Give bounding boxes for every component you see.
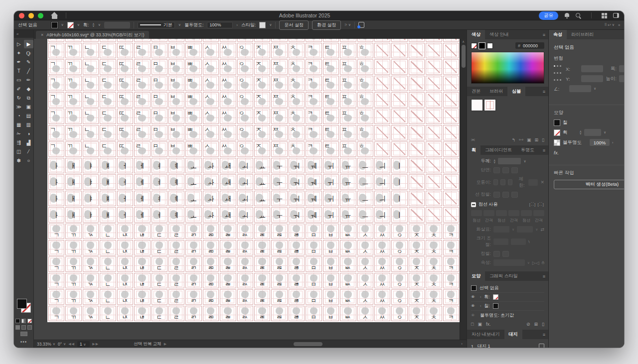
artboard-tool[interactable]: ◫: [14, 147, 24, 156]
scroll-right-icon[interactable]: ›: [461, 342, 463, 346]
glyph-cell[interactable]: ㅞ: [306, 207, 321, 223]
glyph-cell[interactable]: ㄸ: [117, 76, 133, 91]
glyph-cell[interactable]: ㅍ: [340, 76, 356, 91]
glyph-cell[interactable]: ㄷ: [152, 256, 167, 272]
color-mode-icon[interactable]: [15, 319, 20, 323]
document-setup-button[interactable]: 문서 설정: [279, 20, 309, 30]
glyph-cell[interactable]: ㅃ: [185, 125, 201, 140]
glyph-cell[interactable]: ㅆ: [220, 92, 236, 108]
glyph-cell[interactable]: [443, 158, 459, 173]
search-icon[interactable]: [576, 13, 581, 18]
panel-menu-icon[interactable]: ≡: [543, 274, 545, 279]
align-end-button[interactable]: [502, 251, 509, 257]
glyph-cell[interactable]: ㅌ: [323, 76, 339, 91]
glyph-cell[interactable]: ㄲ: [65, 289, 81, 305]
fill-color-well[interactable]: [17, 299, 27, 309]
glyph-cell[interactable]: ㅂ: [323, 256, 339, 272]
break-link-icon[interactable]: ⧟: [519, 137, 523, 142]
direct-selection-tool[interactable]: ▷: [14, 40, 24, 48]
glyph-cell[interactable]: [409, 191, 425, 206]
glyph-cell[interactable]: [443, 141, 459, 157]
glyph-cell[interactable]: ㅆ: [220, 76, 236, 91]
glyph-cell[interactable]: ㅑ: [83, 158, 99, 173]
glyph-cell[interactable]: ㅈ: [254, 109, 270, 124]
glyph-cell[interactable]: ㅑ: [83, 207, 99, 223]
delete-item-icon[interactable]: ▯: [542, 322, 544, 327]
glyph-cell[interactable]: [426, 43, 442, 58]
zoom-level-select[interactable]: 33.33%∨: [37, 342, 55, 347]
glyph-cell[interactable]: ㅣ: [391, 191, 407, 206]
glyph-cell[interactable]: ㅕ: [152, 207, 167, 223]
glyph-cell[interactable]: ㅈ: [254, 43, 270, 58]
glyph-cell[interactable]: ㄹ: [134, 109, 150, 124]
glyph-cell[interactable]: ㅋ: [306, 125, 321, 140]
glyph-cell[interactable]: ㅗ: [185, 207, 201, 223]
glyph-cell[interactable]: ㅗ: [185, 191, 201, 206]
glyph-cell[interactable]: ㄷ: [100, 39, 116, 42]
glyph-cell[interactable]: ㄷ: [100, 43, 116, 58]
glyph-cell[interactable]: ㅛ: [254, 191, 270, 206]
glyph-cell[interactable]: ㅟ: [323, 158, 339, 173]
glyph-cell[interactable]: ㅍ: [340, 141, 356, 157]
fill-dropdown-icon[interactable]: ∨: [61, 23, 64, 27]
glyph-cell[interactable]: ㅅ: [203, 59, 219, 75]
fx-button[interactable]: fx.: [554, 150, 624, 155]
glyph-cell[interactable]: ㅡ: [357, 191, 373, 206]
generate-vectors-button[interactable]: 벡터 생성(Beta): [554, 180, 624, 189]
glyph-cell[interactable]: ㅁ: [152, 92, 167, 108]
glyph-cell[interactable]: ㅃ: [185, 59, 201, 75]
glyph-cell[interactable]: ㄹ: [168, 289, 184, 305]
glyph-cell[interactable]: ㅌ: [323, 59, 339, 75]
glyph-cell[interactable]: ㄾ: [254, 240, 270, 255]
glyph-cell[interactable]: ㅏ: [48, 174, 64, 190]
glyph-cell[interactable]: ㅆ: [220, 59, 236, 75]
expand-chevron-icon[interactable]: ›: [480, 304, 481, 308]
color-spectrum[interactable]: [471, 52, 544, 84]
glyph-cell[interactable]: ㅄ: [340, 273, 356, 288]
none-mode-icon[interactable]: [27, 319, 32, 323]
glyph-cell[interactable]: ㅜ: [271, 191, 287, 206]
glyph-cell[interactable]: ㄵ: [117, 256, 133, 272]
glyph-cell[interactable]: ㅇ: [237, 109, 253, 124]
glyph-cell[interactable]: ㄳ: [83, 306, 99, 321]
glyph-cell[interactable]: ㅕ: [152, 191, 167, 206]
glyph-cell[interactable]: ㅏ: [48, 158, 64, 173]
status-menu-icon[interactable]: ▶: [164, 342, 167, 346]
glyph-cell[interactable]: ㅒ: [100, 158, 116, 173]
glyph-cell[interactable]: [374, 92, 390, 108]
workspace-switcher-icon[interactable]: ⠿ ⫦› ∨: [604, 23, 614, 27]
glyph-cell[interactable]: ㄴ: [83, 141, 99, 157]
tab-appearance[interactable]: 모양: [467, 271, 485, 281]
rotation-select[interactable]: 0°∨: [58, 342, 66, 347]
dash-field[interactable]: [496, 210, 507, 216]
horizontal-scrollbar[interactable]: ›: [171, 342, 462, 347]
opacity-expand-icon[interactable]: ›: [236, 23, 237, 27]
glyph-cell[interactable]: ㄷ: [152, 289, 167, 305]
glyph-cell[interactable]: ㅂ: [168, 109, 184, 124]
glyph-cell[interactable]: ㅊ: [289, 76, 305, 91]
glyph-cell[interactable]: [391, 39, 407, 42]
glyph-cell[interactable]: ㄱ: [48, 289, 64, 305]
fullscreen-window-button[interactable]: [38, 13, 43, 18]
glyph-cell[interactable]: ㄼ: [220, 256, 236, 272]
glyph-cell[interactable]: ㄿ: [271, 306, 287, 321]
glyph-cell[interactable]: ㅋ: [306, 109, 321, 124]
glyph-cell[interactable]: ㅔ: [134, 158, 150, 173]
glyph-cell[interactable]: ㄾ: [254, 273, 270, 288]
glyph-cell[interactable]: ㅆ: [374, 256, 390, 272]
glyph-cell[interactable]: ㄲ: [65, 39, 81, 42]
glyph-cell[interactable]: ㅃ: [185, 141, 201, 157]
glyph-cell[interactable]: ㅋ: [306, 76, 321, 91]
collapse-tools-icon[interactable]: «: [14, 30, 33, 38]
glyph-cell[interactable]: ㅘ: [203, 191, 219, 206]
glyph-cell[interactable]: ㄷ: [152, 273, 167, 288]
new-stroke-icon[interactable]: □: [471, 322, 474, 327]
glyph-cell[interactable]: ㅅ: [357, 306, 373, 321]
glyph-cell[interactable]: ㅇ: [237, 141, 253, 157]
glyph-cell[interactable]: ㄴ: [83, 109, 99, 124]
glyph-cell[interactable]: ㅎ: [357, 141, 373, 157]
artboard-number-select[interactable]: 1 ∨: [77, 341, 90, 347]
y-field[interactable]: [581, 75, 603, 82]
glyph-cell[interactable]: ㄵ: [117, 240, 133, 255]
hex-color-field[interactable]: #000000: [515, 42, 544, 49]
